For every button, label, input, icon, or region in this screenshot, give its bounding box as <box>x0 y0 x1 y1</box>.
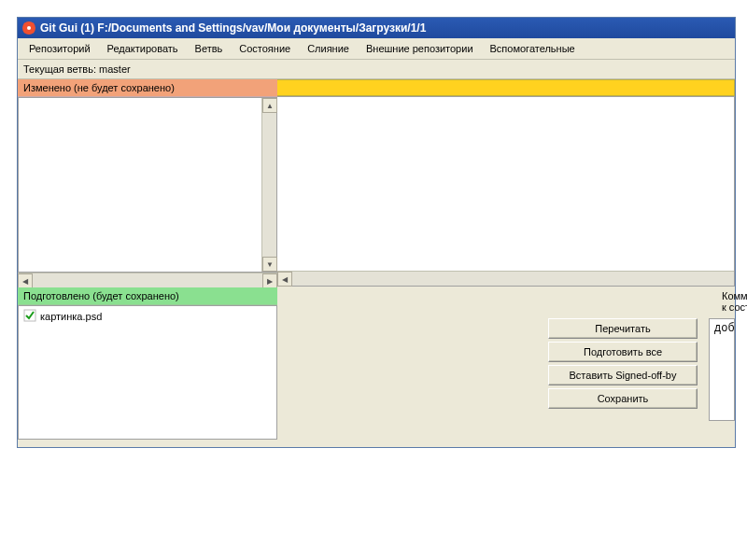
git-icon <box>21 21 36 35</box>
commit-label: Комментарий к состоянию: <box>722 290 747 313</box>
current-branch-row: Текущая ветвь: master <box>18 60 735 79</box>
unstaged-file-list[interactable]: ▲ ▼ <box>18 97 277 273</box>
branch-label: Текущая ветвь: <box>23 63 96 75</box>
svg-point-3 <box>27 26 31 30</box>
menu-remotes[interactable]: Внешние репозитории <box>359 40 481 57</box>
rescan-button[interactable]: Перечитать <box>548 318 698 339</box>
scrollbar-vertical[interactable]: ▲ ▼ <box>261 98 276 272</box>
checkmark-icon <box>23 309 36 324</box>
git-gui-window: Git Gui (1) F:/Documents and Settings/va… <box>17 17 736 448</box>
menu-branch[interactable]: Ветвь <box>188 40 231 57</box>
stage-all-button[interactable]: Подготовить все <box>548 342 698 362</box>
menu-status[interactable]: Состояние <box>232 40 298 57</box>
scrollbar-horizontal[interactable]: ◀ ▶ <box>18 273 277 287</box>
menubar: Репозиторий Редактировать Ветвь Состояни… <box>18 38 735 60</box>
scroll-down-icon[interactable]: ▼ <box>262 257 277 272</box>
scroll-right-icon[interactable]: ▶ <box>262 273 277 288</box>
diff-body[interactable]: ◀ <box>277 96 735 287</box>
menu-edit[interactable]: Редактировать <box>100 40 186 57</box>
list-item[interactable]: картинка.psd <box>23 309 272 324</box>
commit-mode-row: Комментарий к состоянию: Новое состоян <box>722 290 735 313</box>
scroll-left-icon[interactable]: ◀ <box>277 272 292 287</box>
action-buttons: Перечитать Подготовить все Вставить Sign… <box>548 318 698 409</box>
branch-name: master <box>99 63 131 75</box>
window-title: Git Gui (1) F:/Documents and Settings/va… <box>40 21 426 35</box>
sign-off-button[interactable]: Вставить Signed-off-by <box>548 365 698 385</box>
menu-repository[interactable]: Репозиторий <box>21 40 98 57</box>
commit-message-input[interactable]: добавлено зеленое изображение <box>709 318 735 421</box>
staged-header: Подготовлено (будет сохранено) <box>18 287 277 305</box>
unstaged-header: Изменено (не будет сохранено) <box>18 79 277 97</box>
file-name: картинка.psd <box>40 311 102 322</box>
commit-button[interactable]: Сохранить <box>548 388 698 409</box>
diff-scrollbar-horizontal[interactable]: ◀ <box>277 271 734 286</box>
staged-file-list[interactable]: картинка.psd <box>18 305 277 440</box>
titlebar[interactable]: Git Gui (1) F:/Documents and Settings/va… <box>18 18 735 38</box>
diff-area: ◀ Комментарий к состоянию: Новое состоян… <box>277 79 735 447</box>
scroll-up-icon[interactable]: ▲ <box>262 98 277 113</box>
scroll-left-icon[interactable]: ◀ <box>18 273 33 288</box>
diff-header <box>277 79 735 96</box>
left-column: Изменено (не будет сохранено) ▲ ▼ ◀ ▶ По… <box>18 79 277 440</box>
menu-tools[interactable]: Вспомогательные <box>483 40 583 57</box>
menu-merge[interactable]: Слияние <box>300 40 357 57</box>
commit-area: Комментарий к состоянию: Новое состоян П… <box>537 287 735 447</box>
